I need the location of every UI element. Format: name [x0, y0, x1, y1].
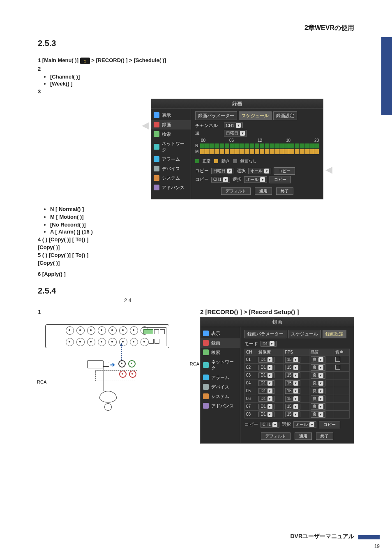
timeline-cell[interactable] [240, 143, 244, 148]
cell-quality[interactable]: 良▾ [309, 410, 334, 418]
timeline-cell[interactable] [304, 143, 309, 148]
sidebar-item-network[interactable]: ネットワーク [151, 139, 191, 155]
sidebar2-network[interactable]: ネットワーク [201, 357, 240, 373]
exit-button[interactable]: 終了 [276, 187, 293, 195]
timeline-cell[interactable] [220, 149, 224, 154]
timeline-cell[interactable] [245, 149, 249, 154]
cell-quality[interactable]: 良▾ [309, 387, 334, 395]
timeline-cell[interactable] [225, 143, 229, 148]
tab-record-param[interactable]: 録画パラメーター [195, 111, 237, 120]
copy-ch-select[interactable]: CH1▾ [211, 177, 230, 183]
timeline-cell[interactable] [260, 149, 264, 154]
timeline-cell[interactable] [205, 149, 210, 154]
cell-fps[interactable]: 15▾ [284, 363, 309, 371]
cell-res[interactable]: D1▾ [257, 379, 284, 387]
timeline-cell[interactable] [200, 143, 205, 148]
sidebar-item-system[interactable]: システム [151, 173, 191, 183]
timeline-cell[interactable] [304, 149, 309, 154]
sidebar2-advance[interactable]: アドバンス [201, 401, 240, 411]
timeline-cell[interactable] [255, 149, 259, 154]
timeline-cell[interactable] [230, 149, 234, 154]
cell-audio[interactable] [334, 410, 350, 418]
timeline-cell[interactable] [270, 149, 274, 154]
cell-fps[interactable]: 15▾ [284, 356, 309, 363]
cell-fps[interactable]: 15▾ [284, 371, 309, 379]
cell-quality[interactable]: 良▾ [309, 371, 334, 379]
cell-res[interactable]: D1▾ [257, 363, 284, 371]
cell-res[interactable]: D1▾ [257, 410, 284, 418]
sidebar2-display[interactable]: 表示 [201, 329, 240, 338]
sidebar2-alarm[interactable]: アラーム [201, 373, 240, 382]
cell-fps[interactable]: 15▾ [284, 395, 309, 402]
copy2-ch-select[interactable]: CH1▾ [261, 422, 279, 428]
sidebar-item-alarm[interactable]: アラーム [151, 155, 191, 164]
timeline-cell[interactable] [295, 149, 299, 154]
sidebar-item-search[interactable]: 検索 [151, 130, 191, 139]
tab-schedule[interactable]: スケジュール [239, 111, 272, 120]
cell-res[interactable]: D1▾ [257, 387, 284, 395]
timeline-cell[interactable] [220, 143, 224, 148]
sidebar-item-display[interactable]: 表示 [151, 111, 191, 120]
timeline-cell[interactable] [265, 149, 269, 154]
timeline-cell[interactable] [284, 149, 289, 154]
timeline-cell[interactable] [274, 149, 279, 154]
cell-audio[interactable] [334, 379, 350, 387]
apply-button[interactable]: 適用 [255, 187, 272, 195]
timeline-cell[interactable] [250, 149, 254, 154]
timeline-cell[interactable] [270, 143, 274, 148]
timeline-cell[interactable] [235, 143, 240, 148]
copy-week-all-select[interactable]: オール▾ [248, 168, 271, 174]
tab2-record-param[interactable]: 録画パラメーター [244, 330, 286, 338]
exit2-button[interactable]: 終了 [316, 432, 333, 440]
timeline-cell[interactable] [295, 143, 299, 148]
sidebar2-device[interactable]: デバイス [201, 382, 240, 392]
tab2-schedule[interactable]: スケジュール [288, 330, 321, 338]
copy-ch-button[interactable]: コピー [270, 176, 291, 183]
timeline-cell[interactable] [210, 143, 214, 148]
timeline-cell[interactable] [215, 143, 219, 148]
cell-fps[interactable]: 15▾ [284, 410, 309, 418]
copy-ch-all-select[interactable]: オール▾ [244, 176, 267, 183]
timeline-cell[interactable] [265, 143, 269, 148]
cell-quality[interactable]: 良▾ [309, 395, 334, 402]
default2-button[interactable]: デフォルト [261, 432, 291, 440]
timeline-n[interactable]: N [195, 143, 319, 148]
cell-res[interactable]: D1▾ [257, 371, 284, 379]
apply2-button[interactable]: 適用 [295, 432, 312, 440]
timeline-cell[interactable] [215, 149, 219, 154]
timeline-cell[interactable] [255, 143, 259, 148]
cell-quality[interactable]: 良▾ [309, 363, 334, 371]
cell-audio[interactable] [334, 371, 350, 379]
timeline-m[interactable]: M [195, 149, 319, 154]
timeline-cell[interactable] [235, 149, 240, 154]
sidebar-item-record[interactable]: 録画 [151, 120, 191, 130]
channel-select[interactable]: CH1▾ [224, 123, 243, 128]
timeline-cell[interactable] [230, 143, 234, 148]
cell-audio[interactable] [334, 387, 350, 395]
copy-week-button[interactable]: コピー [274, 167, 295, 175]
default-button[interactable]: デフォルト [221, 187, 251, 195]
sidebar2-system[interactable]: システム [201, 392, 240, 401]
cell-audio[interactable] [334, 395, 350, 402]
cell-quality[interactable]: 良▾ [309, 379, 334, 387]
timeline-cell[interactable] [309, 149, 314, 154]
timeline-cell[interactable] [300, 149, 304, 154]
sidebar2-record[interactable]: 録画 [201, 338, 240, 348]
timeline-cell[interactable] [289, 149, 294, 154]
cell-quality[interactable]: 良▾ [309, 356, 334, 363]
timeline-cell[interactable] [279, 149, 284, 154]
timeline-cell[interactable] [279, 143, 284, 148]
copy2-all-select[interactable]: オール▾ [293, 421, 316, 428]
timeline-cell[interactable] [309, 143, 314, 148]
timeline-cell[interactable] [314, 149, 319, 154]
week-select[interactable]: 日曜日▾ [224, 130, 247, 136]
timeline-cell[interactable] [250, 143, 254, 148]
timeline-cell[interactable] [200, 149, 205, 154]
timeline-cell[interactable] [210, 149, 214, 154]
copy2-button[interactable]: コピー [319, 421, 340, 428]
cell-res[interactable]: D1▾ [257, 395, 284, 402]
cell-audio[interactable] [334, 402, 350, 410]
timeline-cell[interactable] [289, 143, 294, 148]
timeline-cell[interactable] [284, 143, 289, 148]
cell-fps[interactable]: 15▾ [284, 402, 309, 410]
